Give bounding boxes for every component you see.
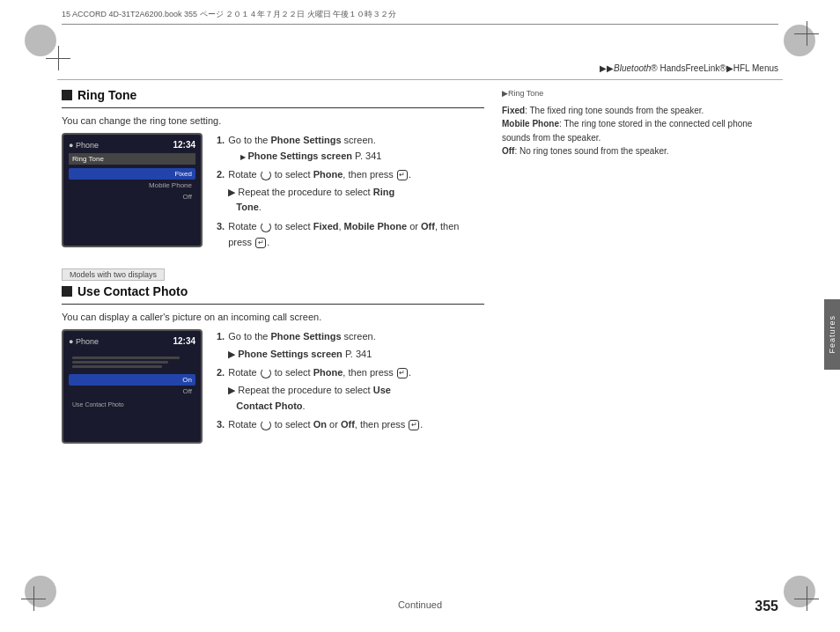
on-value: On <box>182 376 192 384</box>
corner-cross-tl <box>46 46 70 70</box>
cp-step-1: 1. Go to the Phone Settings screen. ▶ Ph… <box>217 329 423 362</box>
ring-tone-body: ● Phone 12:34 Ring Tone Fixed Mobile Pho… <box>62 133 484 254</box>
ring-tone-title: Ring Tone <box>77 88 136 102</box>
screen-item-ringtone: Ring Tone <box>69 153 195 165</box>
enter-icon-2 <box>255 238 266 248</box>
note-fixed-text: : The fixed ring tone sounds from the sp… <box>525 106 704 115</box>
note-off-text: : No ring tones sound from the speaker. <box>514 146 668 156</box>
ring-tone-heading: Ring Tone <box>62 88 484 102</box>
contact-photo-rule <box>62 304 484 305</box>
right-column: ▶Ring Tone Fixed: The fixed ring tone so… <box>502 88 778 579</box>
corner-cross-bl <box>21 586 46 611</box>
step-num-1: 1. <box>217 133 225 164</box>
screen-title-2: ● Phone <box>69 337 99 346</box>
off2-value: Off <box>182 387 192 395</box>
screen-item-off2: Off <box>69 386 195 397</box>
contact-photo-title: Use Contact Photo <box>77 284 188 298</box>
contact-photo-screen: ● Phone 12:34 On Off <box>62 329 203 444</box>
section-icon-2 <box>62 286 72 297</box>
corner-cross-br <box>794 586 819 611</box>
screen-item-off: Off <box>69 191 195 202</box>
rotate-icon-2 <box>261 222 271 232</box>
step-num-2: 2. <box>217 167 225 216</box>
use-contact-photo-section: Models with two displays Use Contact Pho… <box>62 268 484 444</box>
screen-item-lines <box>69 355 195 371</box>
features-tab-text: Features <box>828 315 836 354</box>
screen-time-2: 12:34 <box>173 336 195 346</box>
step-text-1: Go to the Phone Settings screen. Phone S… <box>228 133 381 164</box>
step-1: 1. Go to the Phone Settings screen. Phon… <box>217 133 484 164</box>
screen-time: 12:34 <box>173 140 195 150</box>
screen-item-fixed: Fixed <box>69 168 195 180</box>
contact-photo-steps: 1. Go to the Phone Settings screen. ▶ Ph… <box>217 329 423 444</box>
step-sub-1: Phone Settings screen P. 341 <box>228 151 381 161</box>
screen-item-on: On <box>69 374 195 386</box>
enter-icon <box>397 170 408 180</box>
step-text-3: Rotate to select Fixed, Mobile Phone or … <box>228 219 484 250</box>
fixed-value: Fixed <box>174 170 192 178</box>
use-contact-label: Use Contact Photo <box>69 401 195 408</box>
cp-step-num-2: 2. <box>217 365 225 414</box>
page-number: 355 <box>755 599 778 614</box>
ring-tone-steps: 1. Go to the Phone Settings screen. Phon… <box>217 133 484 254</box>
corner-decoration-tl <box>25 25 56 56</box>
enter-icon-4 <box>409 420 419 430</box>
step-3: 3. Rotate to select Fixed, Mobile Phone … <box>217 219 484 250</box>
cp-step-3: 3. Rotate to select On or Off, then pres… <box>217 417 423 433</box>
rotate-icon-3 <box>261 368 271 378</box>
breadcrumb-text: ▶▶Bluetooth® HandsFreeLink®▶HFL Menus <box>600 63 778 73</box>
rotate-icon-4 <box>261 420 271 430</box>
cp-step-2: 2. Rotate to select Phone, then press . … <box>217 365 423 414</box>
enter-icon-3 <box>397 368 408 378</box>
file-info-text: 15 ACCORD 4D-31T2A6200.book 355 ページ ２０１４… <box>62 9 396 20</box>
note-fixed-bold: Fixed <box>502 106 525 115</box>
ring-tone-screen: ● Phone 12:34 Ring Tone Fixed Mobile Pho… <box>62 133 203 247</box>
section-icon <box>62 90 72 100</box>
cp-step-num-3: 3. <box>217 417 225 433</box>
note-off-bold: Off <box>502 146 514 156</box>
note-mobile-bold: Mobile Phone <box>502 119 559 129</box>
header-divider <box>57 79 783 80</box>
ring-tone-section: Ring Tone You can change the ring tone s… <box>62 88 484 254</box>
cp-step-text-3: Rotate to select On or Off, then press . <box>228 417 423 433</box>
step-num-3: 3. <box>217 219 225 250</box>
corner-cross-tr <box>794 21 819 46</box>
off-value: Off <box>182 193 192 201</box>
ringtone-label: Ring Tone <box>72 155 104 163</box>
step-2: 2. Rotate to select Phone, then press . … <box>217 167 484 216</box>
ring-tone-rule <box>62 107 484 108</box>
step-text-2: Rotate to select Phone, then press . ▶ R… <box>228 167 411 216</box>
file-info-bar: 15 ACCORD 4D-31T2A6200.book 355 ページ ２０１４… <box>62 9 778 25</box>
mobile-value: Mobile Phone <box>149 181 192 189</box>
ring-tone-intro: You can change the ring tone setting. <box>62 115 484 126</box>
contact-photo-body: ● Phone 12:34 On Off <box>62 329 484 444</box>
screen-top-bar: ● Phone 12:34 <box>69 140 195 150</box>
screen-top-bar-2: ● Phone 12:34 <box>69 336 195 346</box>
model-band: Models with two displays <box>62 268 165 281</box>
features-tab: Features <box>824 299 840 370</box>
note-label: ▶Ring Tone <box>502 88 778 100</box>
breadcrumb: ▶▶Bluetooth® HandsFreeLink®▶HFL Menus <box>600 63 778 73</box>
cp-step-text-2: Rotate to select Phone, then press . ▶ R… <box>228 365 411 414</box>
screen-title: ● Phone <box>69 141 99 150</box>
contact-photo-intro: You can display a caller's picture on an… <box>62 312 484 322</box>
cp-step-text-1: Go to the Phone Settings screen. ▶ Phone… <box>228 329 376 362</box>
note-text: Fixed: The fixed ring tone sounds from t… <box>502 104 778 158</box>
screen-item-mobile: Mobile Phone <box>69 180 195 191</box>
cp-step-num-1: 1. <box>217 329 225 362</box>
contact-photo-heading: Use Contact Photo <box>62 284 484 298</box>
continued-text: Continued <box>398 599 442 610</box>
left-column: Ring Tone You can change the ring tone s… <box>62 88 484 579</box>
continued-label: Continued <box>62 599 778 610</box>
rotate-icon <box>261 170 271 180</box>
main-content: Ring Tone You can change the ring tone s… <box>62 88 778 579</box>
